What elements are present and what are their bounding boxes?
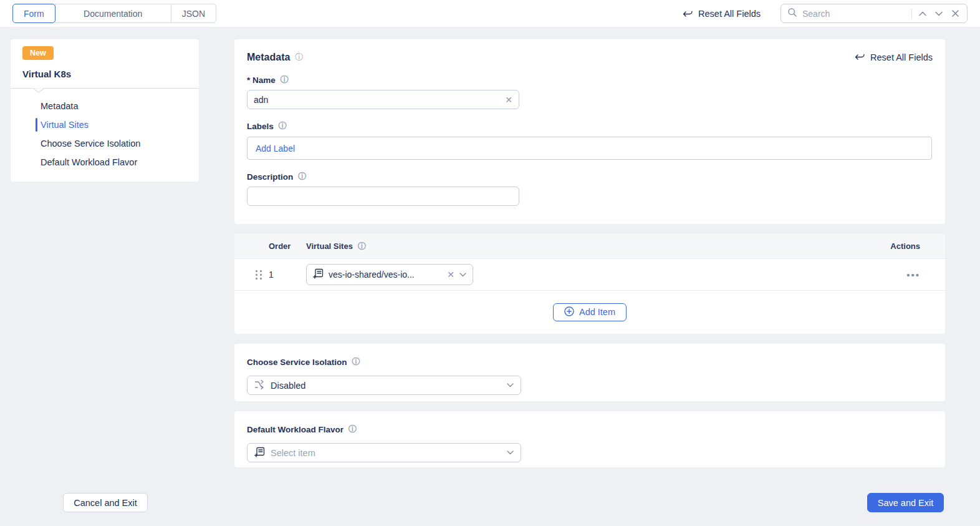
sidebar-item-default-workload-flavor[interactable]: Default Workload Flavor [11, 153, 199, 172]
workload-flavor-section-card: Default Workload Flavor ⓘ Select item [234, 411, 945, 467]
clear-name-icon[interactable]: ✕ [505, 95, 512, 104]
form-navigation-sidebar: New Virtual K8s Metadata Virtual Sites C… [11, 39, 199, 182]
row-actions-menu-icon[interactable]: ••• [906, 270, 920, 280]
undo-icon [683, 9, 693, 18]
info-icon[interactable]: ⓘ [295, 52, 303, 63]
tab-json[interactable]: JSON [171, 4, 216, 23]
metadata-section-title: Metadata [247, 52, 290, 63]
object-type-title: Virtual K8s [22, 69, 199, 79]
table-row: 1 ves-io-shared/ves-io... ✕ ••• [234, 259, 945, 291]
info-icon[interactable]: ⓘ [281, 74, 289, 85]
reset-all-fields-button[interactable]: Reset All Fields [683, 9, 761, 19]
sidebar-item-label: Virtual Sites [41, 120, 89, 130]
info-icon[interactable]: ⓘ [279, 120, 287, 132]
top-toolbar: Form Documentation JSON Reset All Fields [0, 0, 980, 27]
search-next-icon[interactable] [933, 8, 944, 19]
save-and-exit-button[interactable]: Save and Exit [867, 493, 944, 512]
drag-handle-icon[interactable] [256, 270, 269, 280]
sidebar-item-label: Default Workload Flavor [41, 157, 137, 167]
add-item-label: Add Item [579, 307, 615, 317]
branch-icon [254, 379, 265, 392]
search-input[interactable] [802, 9, 906, 19]
description-field-label: Description ⓘ [247, 171, 933, 182]
virtual-site-select-value: ves-io-shared/ves-io... [329, 270, 442, 280]
reference-list-icon [254, 447, 265, 459]
sidebar-item-metadata[interactable]: Metadata [11, 97, 199, 115]
labels-container: Add Label [247, 137, 932, 160]
sidebar-item-virtual-sites[interactable]: Virtual Sites [11, 115, 199, 134]
virtual-site-select[interactable]: ves-io-shared/ves-io... ✕ [306, 264, 473, 285]
reset-all-fields-label: Reset All Fields [870, 52, 933, 62]
workload-flavor-label: Default Workload Flavor ⓘ [247, 424, 933, 435]
info-icon[interactable]: ⓘ [298, 171, 306, 182]
undo-icon [855, 52, 865, 63]
sidebar-item-label: Metadata [41, 101, 78, 111]
plus-circle-icon [564, 306, 574, 318]
info-icon[interactable]: ⓘ [348, 424, 357, 435]
chevron-down-icon[interactable] [459, 273, 466, 277]
search-icon [787, 7, 797, 19]
clear-selection-icon[interactable]: ✕ [447, 270, 454, 279]
sidebar-item-label: Choose Service Isolation [41, 139, 140, 149]
search-box [781, 4, 968, 23]
cancel-and-exit-button[interactable]: Cancel and Exit [63, 493, 148, 512]
service-isolation-section-card: Choose Service Isolation ⓘ Disabled [234, 344, 945, 401]
description-input[interactable] [254, 192, 512, 202]
reference-list-icon [313, 268, 324, 281]
labels-field-label: Labels ⓘ [247, 120, 933, 132]
add-label-button[interactable]: Add Label [256, 144, 295, 153]
search-close-icon[interactable] [949, 8, 961, 19]
name-input-wrap: ✕ [247, 90, 519, 109]
service-isolation-select-value: Disabled [271, 381, 501, 391]
workload-flavor-select-placeholder: Select item [271, 448, 501, 458]
name-input[interactable] [254, 95, 500, 105]
tab-form[interactable]: Form [12, 4, 55, 23]
order-cell: 1 [269, 270, 306, 280]
virtual-sites-section-card: Order Virtual Sites ⓘ Actions 1 [234, 234, 945, 334]
metadata-reset-all-fields-button[interactable]: Reset All Fields [855, 52, 933, 63]
sidebar-item-choose-service-isolation[interactable]: Choose Service Isolation [11, 134, 199, 153]
actions-column-header: Actions [880, 241, 945, 251]
new-status-badge: New [22, 46, 54, 60]
service-isolation-select[interactable]: Disabled [247, 376, 521, 395]
chevron-down-icon [507, 383, 514, 387]
tab-documentation[interactable]: Documentation [55, 4, 171, 23]
info-icon[interactable]: ⓘ [358, 241, 366, 252]
workload-flavor-select[interactable]: Select item [247, 443, 521, 462]
collapse-chevron-icon[interactable] [33, 88, 44, 93]
add-item-button[interactable]: Add Item [553, 303, 627, 321]
view-tabs: Form Documentation JSON [12, 4, 216, 23]
metadata-section-card: Metadata ⓘ Reset All Fields * Name ⓘ ✕ L… [234, 39, 945, 224]
search-prev-icon[interactable] [917, 8, 928, 19]
chevron-down-icon [507, 451, 514, 455]
description-input-wrap [247, 187, 519, 206]
sidebar-divider [11, 88, 199, 93]
service-isolation-label: Choose Service Isolation ⓘ [247, 356, 933, 368]
search-divider [911, 9, 912, 19]
name-field-label: * Name ⓘ [247, 74, 933, 85]
virtual-sites-column-header: Virtual Sites [306, 241, 353, 251]
table-header-row: Order Virtual Sites ⓘ Actions [234, 234, 945, 259]
active-indicator-bar [36, 118, 37, 132]
info-icon[interactable]: ⓘ [352, 356, 360, 368]
order-column-header: Order [269, 241, 306, 251]
reset-all-fields-label: Reset All Fields [698, 9, 761, 19]
